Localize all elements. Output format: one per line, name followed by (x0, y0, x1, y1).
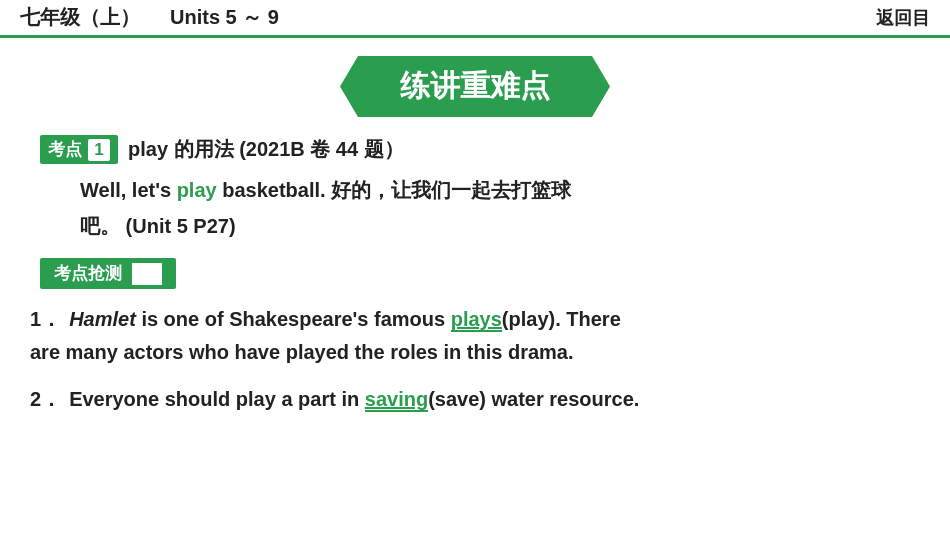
ex1-mid: is one of Shakespeare's famous (136, 308, 451, 330)
example-line1: Well, let's play basketball. 好的，让我们一起去打篮… (80, 174, 910, 206)
exercise-2: 2．Everyone should play a part in saving(… (30, 383, 920, 416)
kaodian-row: 考点 1 play 的用法 (2021B 卷 44 题） (40, 135, 910, 164)
ex1-hint: (play). There (502, 308, 621, 330)
grade-label: 七年级（上） (20, 4, 140, 31)
section-title: 练讲重难点 (340, 56, 610, 117)
qiangce-label: 考点抢测 (54, 262, 122, 285)
ex1-answer: plays (451, 308, 502, 332)
example-line2: 吧。 (Unit 5 P27) (80, 210, 910, 242)
return-button[interactable]: 返回目 (876, 6, 930, 30)
ex2-num: 2． (30, 388, 61, 410)
ex2-hint: (save) water resource. (428, 388, 639, 410)
kaodian-number: 1 (88, 139, 110, 161)
kaodian-badge: 考点 1 (40, 135, 118, 164)
units-label: Units 5 ～ 9 (170, 4, 279, 31)
page-header: 七年级（上） Units 5 ～ 9 返回目 (0, 0, 950, 38)
kaodian-qiangce-bar: 考点抢测 (40, 258, 176, 289)
kaodian-description: play 的用法 (2021B 卷 44 题） (128, 136, 404, 163)
ex1-num: 1． (30, 308, 61, 330)
kaodian-label: 考点 (48, 138, 82, 161)
header-left: 七年级（上） Units 5 ～ 9 (20, 4, 279, 31)
example-area: Well, let's play basketball. 好的，让我们一起去打篮… (80, 174, 910, 242)
exercise-1: 1．Hamlet is one of Shakespeare's famous … (30, 303, 920, 369)
example-pre: Well, let's (80, 179, 177, 201)
example-play-word: play (177, 179, 217, 201)
ex2-pre: Everyone should play a part in (69, 388, 365, 410)
ex1-line2: are many actors who have played the role… (30, 341, 574, 363)
exercises-area: 1．Hamlet is one of Shakespeare's famous … (30, 303, 920, 416)
ex2-answer: saving (365, 388, 428, 412)
ex1-italic: Hamlet (69, 308, 136, 330)
qiangce-box (132, 263, 162, 285)
example-post: basketball. 好的，让我们一起去打篮球 (217, 179, 572, 201)
